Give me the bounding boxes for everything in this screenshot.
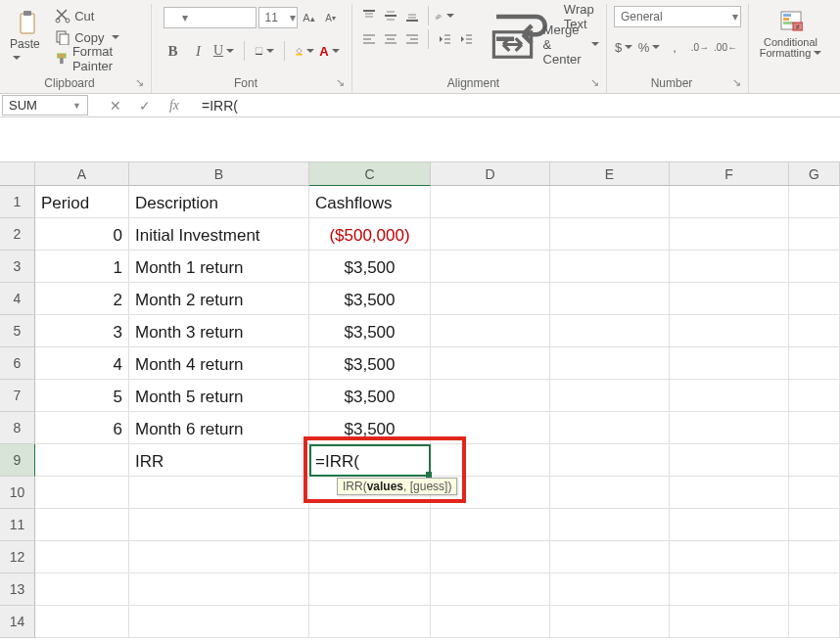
- italic-button[interactable]: I: [189, 41, 209, 61]
- cell-E5[interactable]: [550, 315, 670, 347]
- cell-D4[interactable]: [431, 283, 550, 315]
- cell-E1[interactable]: [550, 186, 670, 218]
- cell-C5[interactable]: $3,500: [309, 315, 431, 347]
- align-center-icon[interactable]: [381, 29, 400, 49]
- cell-B10[interactable]: [129, 477, 309, 509]
- underline-button[interactable]: U: [214, 41, 234, 61]
- cell-F7[interactable]: [670, 380, 789, 412]
- cell-G5[interactable]: [789, 315, 840, 347]
- row-header-5[interactable]: 5: [0, 315, 35, 347]
- cell-F14[interactable]: [670, 606, 789, 638]
- cell-B3[interactable]: Month 1 return: [129, 251, 309, 283]
- cell-A12[interactable]: [35, 541, 129, 573]
- column-header-a[interactable]: A: [35, 162, 129, 186]
- column-header-c[interactable]: C: [309, 162, 431, 186]
- cell-D5[interactable]: [431, 315, 550, 347]
- formula-input[interactable]: =IRR(: [194, 94, 840, 116]
- cell-F3[interactable]: [670, 251, 789, 283]
- row-header-9[interactable]: 9: [0, 444, 35, 477]
- cell-G4[interactable]: [789, 283, 840, 315]
- cell-E14[interactable]: [550, 606, 670, 638]
- cell-G9[interactable]: [789, 444, 840, 477]
- cell-E6[interactable]: [550, 347, 670, 380]
- row-header-14[interactable]: 14: [0, 606, 35, 638]
- cell-B7[interactable]: Month 5 return: [129, 380, 309, 412]
- cell-E9[interactable]: [550, 444, 670, 477]
- cell-D7[interactable]: [431, 380, 550, 412]
- cell-B5[interactable]: Month 3 return: [129, 315, 309, 347]
- cell-A5[interactable]: 3: [35, 315, 129, 347]
- cell-G8[interactable]: [789, 412, 840, 444]
- number-dialog-launcher-icon[interactable]: ↘: [730, 76, 742, 88]
- function-tooltip[interactable]: IRR(values, [guess]): [337, 478, 457, 495]
- row-header-10[interactable]: 10: [0, 477, 35, 509]
- cell-E10[interactable]: [550, 477, 670, 509]
- cell-E4[interactable]: [550, 283, 670, 315]
- percent-format-button[interactable]: %: [639, 37, 659, 57]
- cell-G11[interactable]: [789, 509, 840, 541]
- cell-B13[interactable]: [129, 573, 309, 606]
- cell-F5[interactable]: [670, 315, 789, 347]
- cell-C13[interactable]: [309, 573, 431, 606]
- cell-C8[interactable]: $3,500: [309, 412, 431, 444]
- cell-C7[interactable]: $3,500: [309, 380, 431, 412]
- row-header-8[interactable]: 8: [0, 412, 35, 444]
- cell-B2[interactable]: Initial Investment: [129, 218, 309, 251]
- cell-C6[interactable]: $3,500: [309, 347, 431, 380]
- cell-F12[interactable]: [670, 541, 789, 573]
- decrease-decimal-icon[interactable]: .00←: [716, 37, 735, 57]
- cell-E3[interactable]: [550, 251, 670, 283]
- cell-F13[interactable]: [670, 573, 789, 606]
- cell-G14[interactable]: [789, 606, 840, 638]
- cell-F1[interactable]: [670, 186, 789, 218]
- format-painter-button[interactable]: Format Painter: [55, 49, 145, 69]
- cell-C1[interactable]: Cashflows: [309, 186, 431, 218]
- cell-A1[interactable]: Period: [35, 186, 129, 218]
- cell-D3[interactable]: [431, 251, 550, 283]
- align-bottom-icon[interactable]: [402, 6, 422, 25]
- cell-A4[interactable]: 2: [35, 283, 129, 315]
- font-color-button[interactable]: A: [320, 41, 340, 61]
- row-header-2[interactable]: 2: [0, 218, 35, 251]
- cell-F8[interactable]: [670, 412, 789, 444]
- cell-D14[interactable]: [431, 606, 550, 638]
- cell-C11[interactable]: [309, 509, 431, 541]
- cancel-formula-icon[interactable]: ✕: [106, 96, 125, 115]
- cell-B6[interactable]: Month 4 return: [129, 347, 309, 380]
- cell-G1[interactable]: [789, 186, 840, 218]
- increase-font-icon[interactable]: A▴: [300, 8, 319, 27]
- font-name-combo[interactable]: ▾: [163, 7, 257, 28]
- cell-F9[interactable]: [670, 444, 789, 477]
- cell-F4[interactable]: [670, 283, 789, 315]
- cell-G3[interactable]: [789, 251, 840, 283]
- fill-color-button[interactable]: [295, 41, 314, 61]
- cell-A9[interactable]: [35, 444, 129, 477]
- cell-C4[interactable]: $3,500: [309, 283, 431, 315]
- align-middle-icon[interactable]: [381, 6, 400, 25]
- cell-D11[interactable]: [431, 509, 550, 541]
- cell-B9[interactable]: IRR: [129, 444, 309, 477]
- conditional-formatting-button[interactable]: ≠ Conditional Formatting: [755, 6, 826, 61]
- cell-D2[interactable]: [431, 218, 550, 251]
- column-header-g[interactable]: G: [789, 162, 840, 186]
- cell-F10[interactable]: [670, 477, 789, 509]
- cell-A6[interactable]: 4: [35, 347, 129, 380]
- cell-A10[interactable]: [35, 477, 129, 509]
- alignment-dialog-launcher-icon[interactable]: ↘: [588, 76, 600, 88]
- cell-D8[interactable]: [431, 412, 550, 444]
- align-left-icon[interactable]: [359, 29, 379, 49]
- cell-E2[interactable]: [550, 218, 670, 251]
- cell-E12[interactable]: [550, 541, 670, 573]
- cell-B4[interactable]: Month 2 return: [129, 283, 309, 315]
- cell-E11[interactable]: [550, 509, 670, 541]
- cell-A13[interactable]: [35, 573, 129, 606]
- orientation-icon[interactable]: ab: [435, 6, 454, 25]
- enter-formula-icon[interactable]: ✓: [135, 96, 155, 115]
- cell-A8[interactable]: 6: [35, 412, 129, 444]
- cell-D13[interactable]: [431, 573, 550, 606]
- row-header-11[interactable]: 11: [0, 509, 35, 541]
- row-header-6[interactable]: 6: [0, 347, 35, 380]
- cell-D1[interactable]: [431, 186, 550, 218]
- row-header-4[interactable]: 4: [0, 283, 35, 315]
- cell-C9[interactable]: =IRR(: [309, 444, 431, 477]
